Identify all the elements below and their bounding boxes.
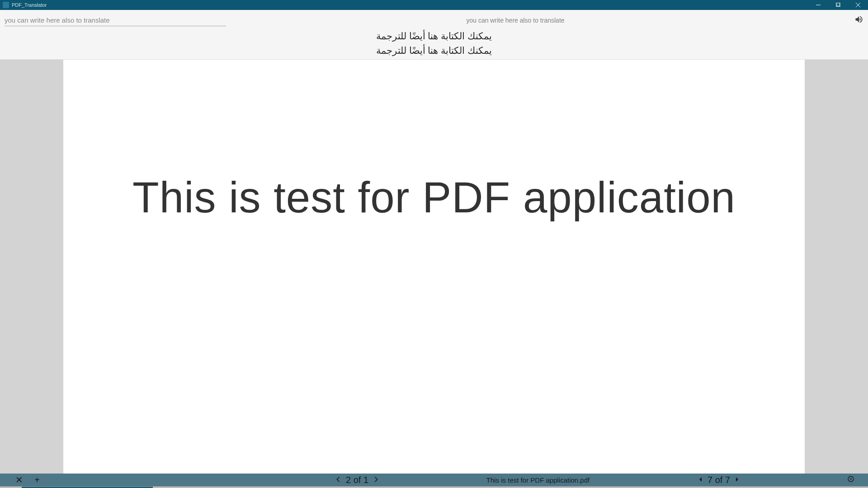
speaker-icon[interactable] xyxy=(854,15,863,26)
zoom-in-button[interactable]: + xyxy=(33,475,42,484)
zoom-controls: ✕ + xyxy=(0,475,42,484)
pdf-page: This is test for PDF application xyxy=(63,60,805,474)
translation-output: يمكنك الكتابة هنا أيضًا للترجمة يمكنك ال… xyxy=(5,29,863,57)
translate-input[interactable] xyxy=(5,14,226,26)
status-bar: ✕ + 2 of 1 This is test for PDF applicat… xyxy=(0,474,868,486)
pdf-page-text: This is test for PDF application xyxy=(132,173,736,222)
page-nav-left-group: 2 of 1 xyxy=(335,475,379,485)
page-nav-right-group: 7 of 7 xyxy=(698,475,739,485)
doc-prev-button[interactable] xyxy=(698,476,703,483)
taskbar xyxy=(0,486,868,488)
translation-panel: you can write here also to translate يمك… xyxy=(0,10,868,60)
titlebar-left: PDF_Translator xyxy=(3,2,47,8)
translation-input-row: you can write here also to translate xyxy=(5,14,863,27)
svg-rect-2 xyxy=(837,3,840,6)
maximize-button[interactable] xyxy=(828,0,848,10)
page-next-button[interactable] xyxy=(373,475,379,485)
page-prev-button[interactable] xyxy=(335,475,341,485)
app-icon xyxy=(3,2,9,8)
minimize-button[interactable] xyxy=(808,0,828,10)
app-title: PDF_Translator xyxy=(12,2,47,8)
doc-next-button[interactable] xyxy=(735,476,739,483)
svg-rect-1 xyxy=(836,3,840,6)
page-counter-left: 2 of 1 xyxy=(346,475,368,485)
translate-hint-text: you can write here also to translate xyxy=(466,17,564,24)
page-counter-right: 7 of 7 xyxy=(708,475,730,485)
window-controls xyxy=(808,0,868,10)
arabic-line-2: يمكنك الكتابة هنا أيضًا للترجمة xyxy=(5,43,863,58)
pdf-viewer[interactable]: This is test for PDF application xyxy=(0,60,868,474)
zoom-out-button[interactable]: ✕ xyxy=(14,475,24,484)
fullscreen-icon[interactable] xyxy=(847,475,854,484)
titlebar: PDF_Translator xyxy=(0,0,868,10)
filename-label: This is test for PDF application.pdf xyxy=(486,476,590,484)
arabic-line-1: يمكنك الكتابة هنا أيضًا للترجمة xyxy=(5,29,863,43)
close-button[interactable] xyxy=(848,0,868,10)
